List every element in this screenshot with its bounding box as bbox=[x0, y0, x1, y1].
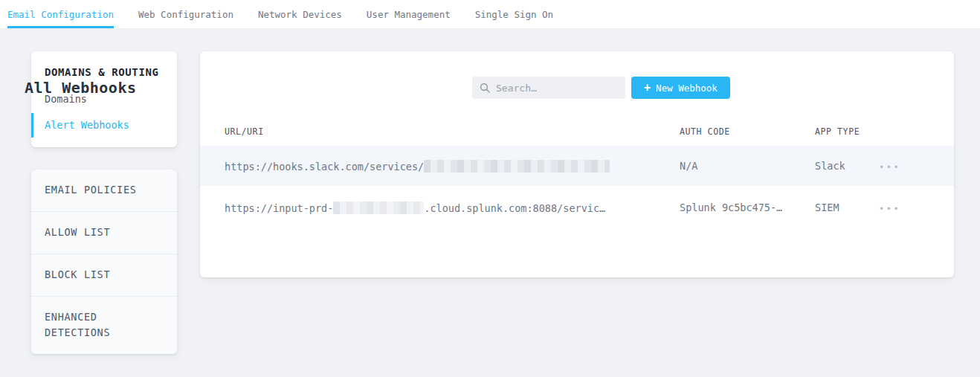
webhook-url: https://hooks.slack.com/services/ bbox=[200, 160, 680, 173]
column-header-app-type: APP TYPE bbox=[815, 126, 879, 137]
new-webhook-button[interactable]: + New Webhook bbox=[631, 77, 730, 99]
search-icon bbox=[480, 83, 490, 93]
table-header-row: URL/URI AUTH CODE APP TYPE bbox=[200, 123, 954, 141]
redacted-url-segment bbox=[333, 202, 424, 214]
search-input[interactable] bbox=[496, 83, 618, 94]
tab-single-sign-on[interactable]: Single Sign On bbox=[475, 0, 553, 28]
sidebar-item-enhanced-detections[interactable]: ENHANCED DETECTIONS bbox=[31, 296, 177, 354]
page-title: All Webhooks bbox=[25, 78, 137, 97]
webhook-url: https://input-prd-.cloud.splunk.com:8088… bbox=[200, 202, 680, 214]
row-menu-ellipsis-icon[interactable]: ••• bbox=[879, 162, 900, 173]
plus-icon: + bbox=[644, 83, 651, 94]
search-box bbox=[472, 77, 625, 99]
sidebar-item-alert-webhooks[interactable]: Alert Webhooks bbox=[31, 113, 177, 138]
top-nav: Email Configuration Web Configuration Ne… bbox=[0, 0, 980, 29]
column-header-auth-code: AUTH CODE bbox=[680, 126, 815, 137]
table-row[interactable]: https://input-prd-.cloud.splunk.com:8088… bbox=[200, 186, 954, 229]
sidebar-domains-routing-card: DOMAINS & ROUTING Domains Alert Webhooks bbox=[31, 51, 177, 147]
webhook-auth-code: Splunk 9c5bc475-… bbox=[680, 202, 815, 213]
tab-web-configuration[interactable]: Web Configuration bbox=[138, 0, 233, 28]
tab-user-management[interactable]: User Management bbox=[367, 0, 451, 28]
row-menu-ellipsis-icon[interactable]: ••• bbox=[879, 204, 900, 214]
sidebar-item-email-policies[interactable]: EMAIL POLICIES bbox=[31, 170, 177, 211]
webhook-auth-code: N/A bbox=[680, 160, 815, 172]
new-webhook-button-label: New Webhook bbox=[656, 83, 718, 94]
redacted-url-segment bbox=[424, 160, 610, 173]
table-row[interactable]: https://hooks.slack.com/services/ N/A Sl… bbox=[200, 146, 954, 186]
webhook-app-type: SIEM bbox=[815, 202, 879, 213]
tab-email-configuration[interactable]: Email Configuration bbox=[7, 0, 114, 28]
sidebar-section-header: DOMAINS & ROUTING bbox=[31, 66, 177, 78]
webhook-app-type: Slack bbox=[815, 160, 879, 172]
sidebar-sections-card: EMAIL POLICIES ALLOW LIST BLOCK LIST ENH… bbox=[31, 170, 177, 354]
sidebar-item-allow-list[interactable]: ALLOW LIST bbox=[31, 211, 177, 254]
sidebar-item-block-list[interactable]: BLOCK LIST bbox=[31, 254, 177, 296]
column-header-url: URL/URI bbox=[200, 126, 680, 137]
tab-network-devices[interactable]: Network Devices bbox=[258, 0, 342, 28]
